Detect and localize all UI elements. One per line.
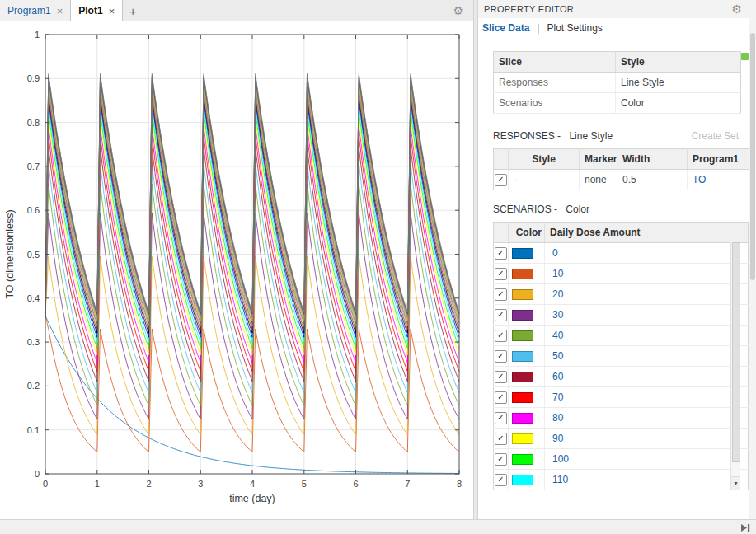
color-swatch[interactable] (512, 372, 533, 382)
document-tabbar: Program1 × Plot1 × + ⚙ (0, 0, 473, 22)
close-icon[interactable]: × (109, 6, 115, 16)
color-swatch[interactable] (512, 248, 533, 259)
line-style-cell[interactable]: - (509, 170, 580, 190)
scenario-color-cell[interactable] (509, 429, 545, 449)
plot-canvas[interactable]: 01234567800.10.20.30.40.50.60.70.80.91ti… (0, 21, 473, 519)
scenario-row[interactable]: ✓10 (494, 264, 749, 284)
panel-scrollbar[interactable] (749, 0, 756, 519)
scenario-row[interactable]: ✓110 (494, 470, 749, 490)
scenario-row[interactable]: ✓50 (494, 346, 749, 367)
scenario-checkbox-cell[interactable]: ✓ (494, 346, 509, 367)
color-swatch[interactable] (512, 269, 533, 279)
scenario-checkbox-cell[interactable]: ✓ (494, 284, 509, 305)
checkbox-checked-icon[interactable]: ✓ (495, 247, 507, 260)
y-tick-label: 0.2 (27, 381, 40, 391)
scenario-color-cell[interactable] (509, 305, 545, 326)
checkbox-checked-icon[interactable]: ✓ (495, 268, 507, 280)
scenario-checkbox-cell[interactable]: ✓ (494, 449, 509, 470)
scenario-checkbox-cell[interactable]: ✓ (494, 470, 509, 490)
program1-header: Program1 (688, 149, 749, 170)
create-set-button[interactable]: Create Set (692, 130, 749, 142)
slice-row-label[interactable]: Responses (494, 73, 616, 93)
responses-table: Style Marker Width Program1 ✓ - none 0.5… (493, 148, 749, 190)
scenario-row[interactable]: ✓40 (494, 326, 749, 346)
scenario-color-cell[interactable] (509, 326, 545, 346)
response-checkbox-cell[interactable]: ✓ (494, 170, 509, 190)
checkbox-checked-icon[interactable]: ✓ (495, 412, 507, 424)
scenario-row[interactable]: ✓80 (494, 408, 749, 429)
scenario-checkbox-cell[interactable]: ✓ (494, 367, 509, 387)
scenario-color-cell[interactable] (509, 284, 545, 305)
tab-plot-settings[interactable]: Plot Settings (547, 22, 603, 34)
scenario-checkbox-cell[interactable]: ✓ (494, 326, 509, 346)
scenario-color-cell[interactable] (509, 264, 545, 284)
color-swatch[interactable] (512, 433, 533, 444)
scenario-color-cell[interactable] (509, 449, 545, 470)
scenario-row[interactable]: ✓70 (494, 387, 749, 408)
scenario-row[interactable]: ✓20 (494, 284, 749, 305)
gear-icon[interactable]: ⚙ (453, 5, 463, 16)
scenario-checkbox-cell[interactable]: ✓ (494, 429, 509, 449)
collapse-panel-icon[interactable] (740, 523, 751, 532)
color-swatch[interactable] (512, 413, 533, 424)
scenario-color-cell[interactable] (509, 470, 545, 490)
checkbox-checked-icon[interactable]: ✓ (495, 474, 507, 486)
new-tab-button[interactable]: + (123, 0, 143, 21)
response-row[interactable]: ✓ - none 0.5 TO (494, 170, 749, 190)
scenario-color-cell[interactable] (509, 408, 545, 429)
color-swatch[interactable] (512, 454, 533, 465)
slice-style-table: Slice Style Responses Line Style Scenari… (493, 51, 741, 114)
checkbox-checked-icon[interactable]: ✓ (495, 288, 507, 301)
checkbox-checked-icon[interactable]: ✓ (495, 330, 507, 342)
scenario-checkbox-cell[interactable]: ✓ (494, 408, 509, 429)
close-icon[interactable]: × (57, 6, 63, 16)
width-cell[interactable]: 0.5 (617, 170, 688, 190)
checkbox-checked-icon[interactable]: ✓ (495, 309, 507, 321)
slice-row-scenarios[interactable]: Scenarios Color (494, 93, 741, 114)
scenario-row[interactable]: ✓100 (494, 449, 749, 470)
slice-row-style[interactable]: Color (616, 93, 741, 114)
scenario-row[interactable]: ✓0 (494, 243, 749, 264)
color-swatch[interactable] (512, 289, 533, 300)
slice-row-style[interactable]: Line Style (616, 73, 741, 93)
responses-check-header (494, 149, 509, 170)
scenario-value-cell: 90 (545, 429, 749, 449)
scenario-color-cell[interactable] (509, 346, 545, 367)
scenario-checkbox-cell[interactable]: ✓ (494, 387, 509, 408)
color-swatch[interactable] (512, 475, 533, 485)
scenarios-scrollbar[interactable]: ▼ (730, 242, 740, 490)
property-editor-title: PROPERTY EDITOR (484, 4, 574, 14)
scenario-row[interactable]: ✓60 (494, 367, 749, 387)
checkbox-checked-icon[interactable]: ✓ (495, 350, 507, 363)
checkbox-checked-icon[interactable]: ✓ (495, 174, 507, 186)
scenario-color-cell[interactable] (509, 387, 545, 408)
color-swatch[interactable] (512, 392, 533, 403)
gear-icon[interactable]: ⚙ (731, 3, 742, 15)
checkbox-checked-icon[interactable]: ✓ (495, 453, 507, 466)
scrollbar-thumb[interactable] (750, 33, 755, 280)
scenario-color-cell[interactable] (509, 367, 545, 387)
tab-slice-data[interactable]: Slice Data (482, 22, 529, 34)
scenario-checkbox-cell[interactable]: ✓ (494, 243, 509, 264)
y-tick-label: 0.3 (27, 337, 40, 347)
scenario-checkbox-cell[interactable]: ✓ (494, 264, 509, 284)
tab-program1[interactable]: Program1 × (0, 0, 71, 21)
tab-plot1[interactable]: Plot1 × (71, 0, 123, 21)
scroll-down-arrow[interactable]: ▼ (731, 476, 740, 490)
color-swatch[interactable] (512, 310, 533, 321)
scenario-color-cell[interactable] (509, 243, 545, 264)
color-swatch[interactable] (512, 330, 533, 341)
scenario-checkbox-cell[interactable]: ✓ (494, 305, 509, 326)
checkbox-checked-icon[interactable]: ✓ (495, 391, 507, 404)
color-swatch[interactable] (512, 351, 533, 362)
scenario-row[interactable]: ✓30 (494, 305, 749, 326)
scrollbar-thumb[interactable] (732, 242, 740, 462)
slice-row-label[interactable]: Scenarios (494, 93, 616, 114)
slice-row-responses[interactable]: Responses Line Style (494, 73, 741, 93)
marker-cell[interactable]: none (580, 170, 617, 190)
responses-section-header: RESPONSES - Line Style Create Set (493, 130, 749, 142)
scenario-row[interactable]: ✓90 (494, 429, 749, 449)
x-tick-label: 6 (353, 479, 358, 489)
checkbox-checked-icon[interactable]: ✓ (495, 371, 507, 383)
checkbox-checked-icon[interactable]: ✓ (495, 433, 507, 445)
